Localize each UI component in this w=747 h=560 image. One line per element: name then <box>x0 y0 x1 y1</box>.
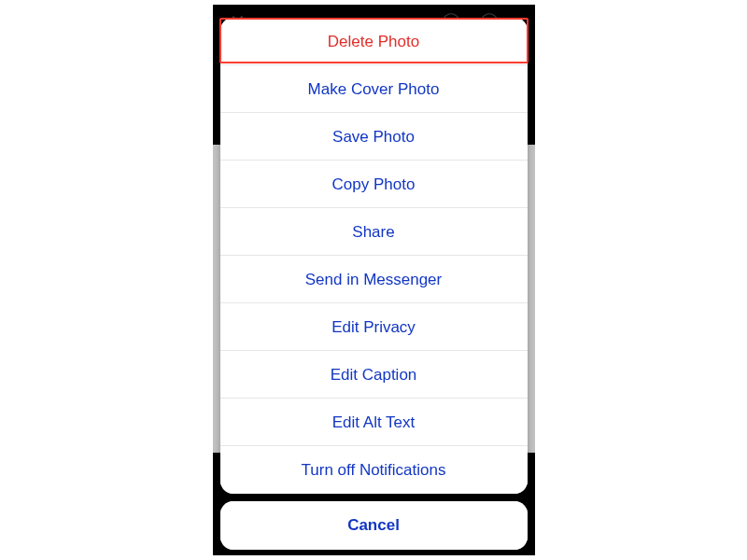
action-sheet: Delete PhotoMake Cover PhotoSave PhotoCo… <box>220 8 528 550</box>
turn-off-notifications-option[interactable]: Turn off Notifications <box>220 446 528 494</box>
frame: ✕ ◯ ◯ Delete PhotoMake Cover PhotoSave P… <box>0 0 747 560</box>
device-screen: ✕ ◯ ◯ Delete PhotoMake Cover PhotoSave P… <box>213 5 535 555</box>
cancel-button[interactable]: Cancel <box>220 501 528 550</box>
edit-privacy-option[interactable]: Edit Privacy <box>220 303 528 351</box>
save-photo-option[interactable]: Save Photo <box>220 113 528 161</box>
copy-photo-option[interactable]: Copy Photo <box>220 161 528 208</box>
delete-photo-option[interactable]: Delete Photo <box>220 18 528 65</box>
edit-alt-text-option[interactable]: Edit Alt Text <box>220 399 528 446</box>
send-in-messenger-option[interactable]: Send in Messenger <box>220 256 528 303</box>
action-sheet-options: Delete PhotoMake Cover PhotoSave PhotoCo… <box>220 18 528 494</box>
make-cover-photo-option[interactable]: Make Cover Photo <box>220 65 528 113</box>
action-sheet-cancel-panel: Cancel <box>220 501 528 550</box>
share-option[interactable]: Share <box>220 208 528 256</box>
edit-caption-option[interactable]: Edit Caption <box>220 351 528 399</box>
